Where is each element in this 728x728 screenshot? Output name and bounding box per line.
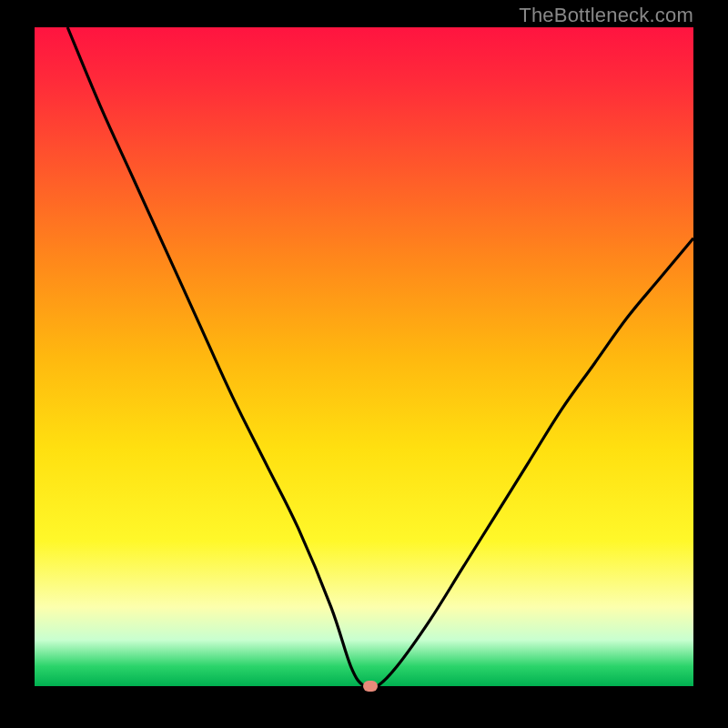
curve-path (67, 27, 693, 686)
plot-area (35, 27, 693, 686)
optimal-point-marker (363, 681, 378, 692)
watermark-text: TheBottleneck.com (519, 4, 693, 27)
bottleneck-curve (35, 27, 693, 686)
chart-frame: TheBottleneck.com (0, 0, 728, 728)
